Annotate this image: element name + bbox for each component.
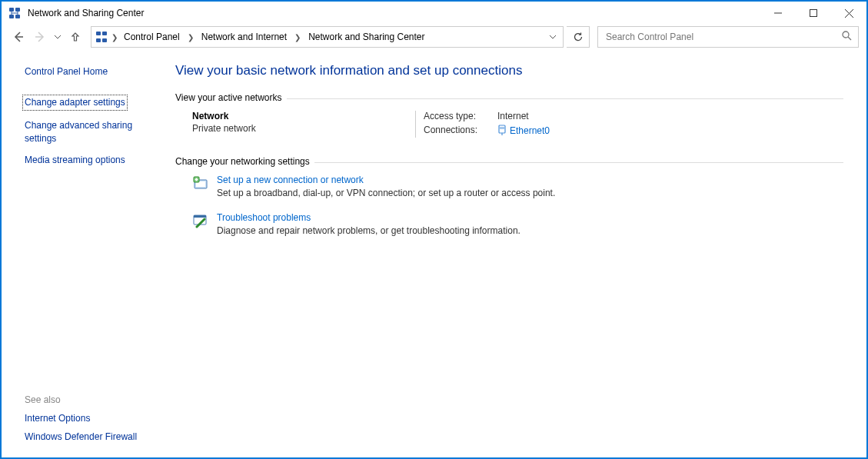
address-dropdown-button[interactable] xyxy=(546,35,560,39)
network-type: Private network xyxy=(192,123,415,134)
network-name: Network xyxy=(192,111,415,121)
svg-rect-0 xyxy=(9,8,14,12)
search-icon[interactable] xyxy=(842,31,852,43)
close-button[interactable] xyxy=(831,2,866,25)
refresh-button[interactable] xyxy=(567,26,590,48)
windows-defender-firewall-link[interactable]: Windows Defender Firewall xyxy=(25,431,163,442)
setup-connection-item: Set up a new connection or network Set u… xyxy=(192,175,843,198)
page-title: View your basic network information and … xyxy=(175,63,843,78)
breadcrumb-item[interactable]: Network and Internet xyxy=(198,30,290,44)
maximize-button[interactable] xyxy=(796,2,831,25)
app-icon xyxy=(8,6,22,20)
troubleshoot-item: Troubleshoot problems Diagnose and repai… xyxy=(192,212,843,236)
svg-rect-10 xyxy=(810,10,817,17)
chevron-right-icon[interactable]: ❯ xyxy=(291,33,304,42)
control-panel-home-link[interactable]: Control Panel Home xyxy=(25,66,163,77)
svg-rect-32 xyxy=(194,215,206,218)
title-bar: Network and Sharing Center xyxy=(2,2,866,25)
troubleshoot-icon xyxy=(192,212,209,229)
recent-locations-button[interactable] xyxy=(52,35,63,39)
troubleshoot-desc: Diagnose and repair network problems, or… xyxy=(217,225,520,236)
chevron-right-icon[interactable]: ❯ xyxy=(111,33,118,42)
location-icon xyxy=(95,30,108,44)
breadcrumb-item[interactable]: Control Panel xyxy=(121,30,183,44)
svg-rect-18 xyxy=(102,38,107,42)
setup-connection-desc: Set up a broadband, dial-up, or VPN conn… xyxy=(217,188,555,198)
troubleshoot-link[interactable]: Troubleshoot problems xyxy=(217,212,311,223)
chevron-right-icon[interactable]: ❯ xyxy=(185,33,197,42)
setup-connection-icon xyxy=(192,175,209,191)
connection-link[interactable]: Ethernet0 xyxy=(510,125,550,136)
breadcrumb-item[interactable]: Network and Sharing Center xyxy=(305,30,427,44)
forward-button[interactable] xyxy=(31,28,49,46)
active-network: Network Private network Access type: Int… xyxy=(192,111,843,138)
navigation-bar: ❯ Control Panel ❯ Network and Internet ❯… xyxy=(2,25,866,52)
svg-rect-2 xyxy=(9,15,14,18)
search-box[interactable] xyxy=(597,26,859,48)
svg-rect-1 xyxy=(15,8,20,12)
address-bar[interactable]: ❯ Control Panel ❯ Network and Internet ❯… xyxy=(91,26,564,48)
change-advanced-sharing-link[interactable]: Change advanced sharing settings xyxy=(25,119,163,145)
window-controls xyxy=(760,2,866,25)
svg-rect-3 xyxy=(15,15,20,18)
change-settings-header: Change your networking settings xyxy=(175,156,843,167)
svg-rect-16 xyxy=(102,32,107,35)
up-button[interactable] xyxy=(66,28,85,46)
svg-rect-15 xyxy=(96,32,101,35)
connections-label: Connections: xyxy=(424,125,493,138)
internet-options-link[interactable]: Internet Options xyxy=(25,413,163,424)
svg-line-20 xyxy=(848,37,851,40)
active-networks-header: View your active networks xyxy=(175,92,843,103)
media-streaming-options-link[interactable]: Media streaming options xyxy=(25,154,163,167)
window-title: Network and Sharing Center xyxy=(28,8,760,18)
setup-connection-link[interactable]: Set up a new connection or network xyxy=(217,175,364,185)
breadcrumb: Control Panel ❯ Network and Internet ❯ N… xyxy=(121,30,428,44)
access-type-label: Access type: xyxy=(424,111,493,121)
ethernet-icon xyxy=(497,125,507,138)
minimize-button[interactable] xyxy=(760,2,796,25)
sidebar: Control Panel Home Change adapter settin… xyxy=(2,52,163,457)
see-also-header: See also xyxy=(25,394,163,405)
svg-point-19 xyxy=(843,32,849,38)
search-input[interactable] xyxy=(604,31,842,43)
back-button[interactable] xyxy=(9,28,28,46)
svg-rect-17 xyxy=(96,38,101,42)
main-content: View your basic network information and … xyxy=(163,52,866,457)
access-type-value: Internet xyxy=(497,111,550,121)
change-adapter-settings-link[interactable]: Change adapter settings xyxy=(23,95,127,110)
